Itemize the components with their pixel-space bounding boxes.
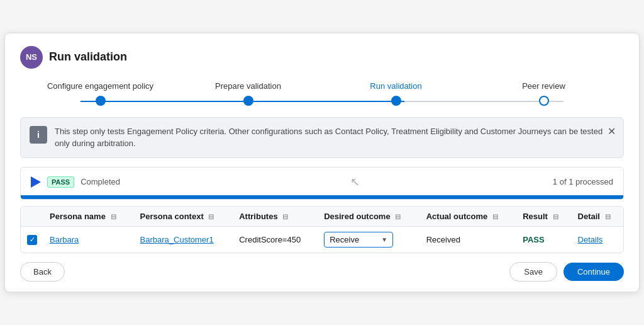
header: NS Run validation: [20, 46, 624, 69]
page-title: Run validation: [49, 50, 127, 64]
cursor-icon: ↖: [350, 175, 360, 189]
info-icon: i: [30, 126, 47, 144]
table-wrapper: Persona name ⊟ Persona context ⊟ Attribu…: [20, 206, 624, 253]
avatar: NS: [20, 46, 43, 69]
th-actual-outcome[interactable]: Actual outcome ⊟: [420, 207, 516, 227]
continue-button[interactable]: Continue: [564, 263, 624, 281]
row-result: PASS: [516, 227, 571, 253]
info-banner: i This step only tests Engagement Policy…: [20, 117, 624, 158]
chevron-down-icon: ▼: [381, 236, 387, 243]
completed-text: Completed: [80, 177, 120, 186]
step-label-configure: Configure engagement policy: [47, 81, 153, 91]
step-peer: Peer review: [470, 81, 618, 106]
th-persona-context[interactable]: Persona context ⊟: [134, 207, 233, 227]
row-persona-name: Barbara: [43, 227, 134, 253]
step-circle-peer: [539, 96, 549, 106]
step-label-prepare: Prepare validation: [215, 81, 281, 91]
progress-bar-fill: [21, 195, 623, 199]
step-label-run: Run validation: [370, 81, 421, 91]
row-actual-outcome: Received: [420, 227, 516, 253]
th-attributes[interactable]: Attributes ⊟: [233, 207, 318, 227]
desired-outcome-value: Receive: [330, 235, 359, 244]
pass-badge: PASS: [47, 176, 74, 188]
back-button[interactable]: Back: [20, 262, 65, 282]
filter-detail-icon[interactable]: ⊟: [605, 213, 611, 221]
desired-outcome-select[interactable]: Receive ▼: [324, 232, 393, 248]
row-checkbox-cell[interactable]: ✓: [21, 227, 43, 253]
row-desired-outcome: Receive ▼: [318, 227, 420, 253]
row-persona-context: Barbara_Customer1: [134, 227, 233, 253]
step-circle-prepare: [243, 96, 253, 106]
filter-attributes-icon[interactable]: ⊟: [282, 213, 288, 221]
progress-top: PASS Completed ↖ 1 of 1 processed: [31, 175, 613, 189]
filter-desired-icon[interactable]: ⊟: [395, 213, 401, 221]
play-icon[interactable]: [31, 176, 41, 188]
th-result[interactable]: Result ⊟: [516, 207, 571, 227]
progress-bar-track: [21, 195, 623, 199]
row-attributes: CreditScore=450: [233, 227, 318, 253]
th-desired-outcome[interactable]: Desired outcome ⊟: [318, 207, 420, 227]
result-pass-badge: PASS: [523, 235, 544, 244]
filter-persona-name-icon[interactable]: ⊟: [111, 213, 116, 221]
row-checkbox[interactable]: ✓: [27, 235, 37, 245]
table-row: ✓ Barbara Barbara_Customer1 CreditScore=…: [21, 227, 623, 253]
detail-link[interactable]: Details: [578, 235, 603, 244]
progress-center: PASS Completed: [31, 176, 120, 188]
th-persona-name[interactable]: Persona name ⊟: [43, 207, 134, 227]
step-circle-configure: [96, 96, 106, 106]
progress-area: PASS Completed ↖ 1 of 1 processed: [20, 167, 624, 200]
step-configure: Configure engagement policy: [26, 81, 174, 106]
th-checkbox: [21, 207, 43, 227]
stepper: Configure engagement policy Prepare vali…: [20, 81, 624, 106]
row-detail: Details: [572, 227, 623, 253]
step-run: Run validation: [322, 81, 470, 106]
th-detail[interactable]: Detail ⊟: [572, 207, 623, 227]
info-text: This step only tests Engagement Policy c…: [55, 125, 614, 150]
save-button[interactable]: Save: [509, 262, 557, 282]
filter-result-icon[interactable]: ⊟: [553, 213, 558, 221]
footer-right: Save Continue: [509, 262, 624, 282]
info-close-button[interactable]: ✕: [608, 125, 616, 137]
processed-text: 1 of 1 processed: [553, 177, 613, 186]
filter-persona-context-icon[interactable]: ⊟: [208, 213, 214, 221]
filter-actual-icon[interactable]: ⊟: [492, 213, 498, 221]
footer: Back Save Continue: [20, 262, 624, 282]
step-prepare: Prepare validation: [174, 81, 322, 106]
step-circle-run: [391, 96, 401, 106]
persona-name-link[interactable]: Barbara: [50, 235, 79, 244]
step-label-peer: Peer review: [522, 81, 565, 91]
modal-container: NS Run validation Configure engagement p…: [4, 33, 640, 292]
persona-context-link[interactable]: Barbara_Customer1: [140, 235, 214, 244]
results-table: Persona name ⊟ Persona context ⊟ Attribu…: [21, 207, 623, 253]
table-header-row: Persona name ⊟ Persona context ⊟ Attribu…: [21, 207, 623, 227]
